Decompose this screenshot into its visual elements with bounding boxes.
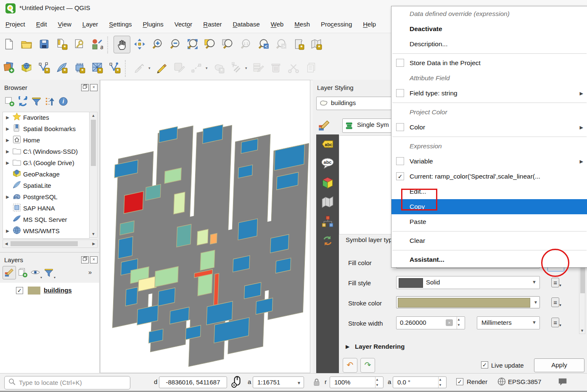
menu-item-current-ramp-color-spectral-scale-linear[interactable]: ✓Current: ramp_color('Spectral',scale_li… [391,169,587,184]
new-spatialite-layer-button[interactable]: * [53,59,70,77]
stroke-color-caret-icon[interactable]: ▼ [534,300,538,305]
filter-browser-button[interactable] [29,95,43,108]
styling-tab-3d-view[interactable] [316,173,339,192]
symbology-brush-icon[interactable] [318,119,331,134]
menu-item-description[interactable]: Description... [391,37,587,52]
scroll-up-icon[interactable]: ▲ [90,113,97,118]
browser-vertical-scrollbar[interactable]: ▲ ▼ [89,112,98,238]
layout-manager-button[interactable]: * [308,36,325,53]
unchecked-checkbox[interactable] [396,157,404,165]
layers-toolbar-overflow[interactable]: » [88,268,92,276]
rotation-spinner[interactable]: ▲▼ [438,377,446,388]
clear-value-icon[interactable]: × [446,319,453,326]
stroke-width-unit-combo[interactable]: Millimeters ▼ [477,316,540,329]
menu-item-color[interactable]: Color▶ [391,120,587,135]
open-project-button[interactable] [18,36,35,53]
messages-bubble-icon[interactable] [558,377,568,388]
layer-rendering-expander-icon[interactable]: ▶ [346,344,349,350]
renderer-combo[interactable]: Single Sym [342,118,392,133]
datasource-box-button[interactable] [18,59,35,77]
browser-item-home[interactable]: ▶Home [3,135,89,146]
zoom-full-button[interactable] [184,36,201,53]
browser-item-wms-wmts[interactable]: ▶WMS/WMTS [3,226,89,237]
expand-arrow-icon[interactable]: ▶ [3,229,12,233]
layers-float-button[interactable] [81,256,89,263]
extents-mouse-icon[interactable] [230,376,242,389]
styling-tab-diagrams[interactable] [316,192,339,212]
unchecked-checkbox[interactable] [396,123,404,131]
checked-checkbox[interactable]: ✓ [396,172,404,180]
crs-globe-icon[interactable] [497,377,506,387]
new-mesh-layer-button[interactable]: * [89,59,106,77]
live-update-checkbox[interactable]: ✓ [481,361,488,368]
menu-raster[interactable]: Raster [198,17,227,33]
magnifier-spinner[interactable]: ▲▼ [375,377,383,388]
menu-help[interactable]: Help [357,17,381,33]
styling-tab-labels[interactable]: abc [316,134,339,154]
symbol-tree-area[interactable] [339,135,393,234]
redo-button[interactable]: ↷ [360,358,375,373]
browser-item-spatial-bookmarks[interactable]: ▶Spatial Bookmarks [3,124,89,135]
menu-item-store-data-in-the-project[interactable]: Store Data in the Project [391,55,587,71]
layer-row-buildings[interactable]: ✓ buildings [0,285,99,297]
menu-mesh[interactable]: Mesh [289,17,315,33]
lock-scale-icon[interactable] [312,376,321,389]
expand-arrow-icon[interactable]: ▶ [3,195,12,199]
collapse-all-button[interactable] [43,95,56,108]
layer-visibility-checkbox[interactable]: ✓ [16,287,23,294]
menu-view[interactable]: View [53,17,77,33]
browser-item-spatialite[interactable]: SpatiaLite [3,180,89,192]
stroke-color-data-defined-override-button[interactable]: ≡▾ [548,296,564,311]
layer-rendering-label[interactable]: Layer Rendering [355,343,405,350]
unchecked-checkbox[interactable] [396,89,404,97]
menu-settings[interactable]: Settings [103,17,137,33]
menu-item-paste[interactable]: Paste [391,214,587,229]
project-properties-button[interactable] [71,36,88,53]
expand-arrow-icon[interactable]: ▶ [3,115,12,120]
add-group-button[interactable] [16,266,29,280]
browser-item-ms-sql-server[interactable]: MS SQL Server [3,214,89,226]
stroke-width-spinbox[interactable]: 0.260000 × ▲▼ [396,316,465,329]
undo-button[interactable]: ↶ [343,358,357,373]
stroke-color-button[interactable]: ▼ [396,296,540,308]
layers-close-button[interactable]: × [90,256,98,263]
add-selected-layers-button[interactable] [3,95,16,108]
browser-close-button[interactable]: × [90,84,98,91]
scroll-down-icon[interactable]: ▼ [579,329,585,333]
styling-tab-masks[interactable]: abc [316,154,339,173]
browser-item-geopackage[interactable]: GeoPackage [3,169,89,180]
expand-arrow-icon[interactable]: ▶ [3,160,12,165]
map-canvas[interactable] [100,80,310,373]
manage-visibility-button[interactable]: ▾ [29,266,43,280]
toggle-editing-button[interactable] [153,59,170,77]
new-geopackage-layer-button[interactable]: * [36,59,53,77]
scroll-down-icon[interactable]: ▼ [90,232,97,236]
zoom-to-layer-button[interactable] [219,36,236,53]
menu-edit[interactable]: Edit [31,17,53,33]
browser-item-sap-hana[interactable]: SAP HANA [3,203,89,214]
browser-float-button[interactable] [81,84,89,91]
stroke-width-spinner[interactable]: ▲▼ [457,317,465,329]
new-gpx-layer-button[interactable]: * [106,59,123,77]
unchecked-checkbox[interactable] [396,59,404,67]
pan-map-button[interactable] [114,36,130,53]
menu-processing[interactable]: Processing [315,17,357,33]
menu-item-field-type-string[interactable]: Field type: string▶ [391,86,587,101]
properties-info-button[interactable]: i [56,95,70,108]
rotation-spinbox[interactable]: 0.0 ° ▲▼ [393,376,447,388]
new-project-button[interactable] [0,36,17,53]
menu-item-deactivate[interactable]: Deactivate [391,21,587,37]
menu-project[interactable]: Project [0,17,31,33]
scale-combo[interactable]: 1:16751 ▼ [253,376,304,388]
zoom-in-button[interactable] [149,36,166,53]
coordinate-field[interactable]: -8836016, 5411687 [159,376,227,388]
scroll-right-icon[interactable]: ▶ [91,242,96,246]
data-source-manager-button[interactable] [0,59,17,77]
style-manager-star-button[interactable]: * [53,36,70,53]
expand-arrow-icon[interactable]: ▶ [3,126,12,131]
pan-to-selection-button[interactable] [131,36,148,53]
crs-label[interactable]: EPSG:3857 [508,378,541,385]
zoom-to-selection-button[interactable] [202,36,219,53]
menu-web[interactable]: Web [265,17,289,33]
styling-tab-undo-redo-history[interactable] [316,231,339,250]
